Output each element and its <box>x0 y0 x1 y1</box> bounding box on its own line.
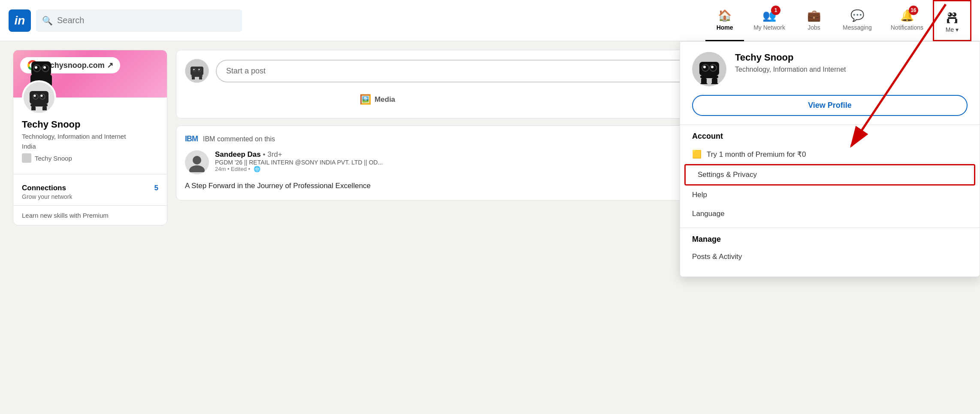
header-left: in 🔍 <box>9 9 705 32</box>
author-name[interactable]: Sandeep Das • 3rd+ <box>215 150 383 159</box>
dropdown-profile-info: Techy Snoop Technology, Information and … <box>735 52 846 74</box>
nav-item-home[interactable]: 🏠 Home <box>705 0 744 41</box>
profile-card: Techysnoop.com ↗ <box>13 50 167 225</box>
svg-rect-46 <box>711 83 719 84</box>
my-network-badge: 1 <box>771 6 780 15</box>
svg-rect-8 <box>954 22 957 23</box>
svg-rect-24 <box>30 104 48 107</box>
nav-item-messaging[interactable]: 💬 Messaging <box>833 0 881 41</box>
premium-item[interactable]: 🟨 Try 1 month of Premium for ₹0 <box>680 144 980 164</box>
posts-activity-label: Posts & Activity <box>692 253 742 261</box>
post-avatar-icon <box>188 62 206 79</box>
profile-avatar-area: Techy Snoop Technology, Information and … <box>13 80 167 170</box>
svg-rect-25 <box>31 107 36 110</box>
language-item[interactable]: Language <box>680 204 980 223</box>
avatar-robot-icon <box>944 8 960 23</box>
divider-1 <box>13 174 167 174</box>
svg-rect-27 <box>191 67 203 75</box>
dropdown-profile-title: Technology, Information and Internet <box>735 65 846 74</box>
jobs-icon: 💼 <box>807 9 821 22</box>
search-bar-container: 🔍 <box>36 9 242 32</box>
help-item[interactable]: Help <box>680 186 980 204</box>
svg-point-35 <box>193 156 201 164</box>
dropdown-divider-2 <box>680 228 980 228</box>
nav-label-messaging: Messaging <box>843 24 872 31</box>
left-sidebar: Techysnoop.com ↗ <box>13 50 167 225</box>
nav-label-my-network: My Network <box>753 24 785 31</box>
author-info: Sandeep Das • 3rd+ PGDM '26 || RETAIL IN… <box>215 150 383 172</box>
main-nav: 🏠 Home 👥1 My Network 💼 Jobs 💬 Messaging … <box>705 0 971 41</box>
svg-rect-32 <box>191 75 203 77</box>
svg-rect-45 <box>700 83 708 84</box>
ibm-logo: IBM <box>185 134 198 143</box>
media-button[interactable]: 🖼️ Media <box>352 90 403 110</box>
svg-point-3 <box>953 13 954 15</box>
svg-point-36 <box>189 165 205 172</box>
connections-count: 5 <box>154 184 158 192</box>
svg-rect-5 <box>947 19 949 22</box>
svg-rect-19 <box>30 91 48 104</box>
connections-label: Connections <box>22 184 66 192</box>
svg-point-41 <box>711 66 714 68</box>
premium-section[interactable]: Learn new skills with Premium <box>13 205 167 225</box>
post-avatar <box>185 59 209 83</box>
notifications-badge: 16 <box>909 6 918 15</box>
nav-item-jobs[interactable]: 💼 Jobs <box>795 0 833 41</box>
settings-privacy-label: Settings & Privacy <box>698 170 757 179</box>
nav-item-notifications[interactable]: 🔔16 Notifications <box>881 0 933 41</box>
settings-privacy-item[interactable]: Settings & Privacy <box>684 164 975 186</box>
globe-icon: 🌐 <box>254 166 260 172</box>
dropdown-profile-name: Techy Snoop <box>735 52 846 63</box>
svg-point-30 <box>194 69 195 70</box>
connections-sub: Grow your network <box>22 193 158 200</box>
header: in 🔍 🏠 Home 👥1 My Network 💼 Jobs 💬 Messa… <box>0 0 980 41</box>
posts-activity-item[interactable]: Posts & Activity <box>680 247 980 266</box>
svg-point-20 <box>33 94 38 99</box>
svg-point-14 <box>43 66 46 69</box>
linkedin-logo[interactable]: in <box>9 9 31 32</box>
nav-label-me: Me ▾ <box>946 26 959 33</box>
dropdown-avatar <box>692 52 726 86</box>
author-degree: • 3rd+ <box>263 150 282 158</box>
profile-title: Technology, Information and Internet <box>22 132 158 141</box>
connections-section: Connections 5 Grow your network <box>13 179 167 205</box>
media-label: Media <box>375 95 395 104</box>
home-icon: 🏠 <box>718 9 732 22</box>
company-logo <box>22 153 31 163</box>
svg-rect-6 <box>955 19 957 22</box>
svg-point-40 <box>703 66 706 68</box>
profile-name[interactable]: Techy Snoop <box>22 119 158 130</box>
premium-label-text: Try 1 month of Premium for ₹0 <box>707 150 806 159</box>
svg-point-13 <box>35 66 37 69</box>
nav-item-my-network[interactable]: 👥1 My Network <box>744 0 795 41</box>
media-icon: 🖼️ <box>360 94 371 105</box>
author-avatar <box>185 150 209 174</box>
dropdown-profile-section: Techy Snoop Technology, Information and … <box>680 52 980 95</box>
view-profile-button[interactable]: View Profile <box>692 95 968 116</box>
dropdown-divider-1 <box>680 125 980 125</box>
search-input[interactable] <box>57 15 236 25</box>
svg-rect-44 <box>712 78 717 84</box>
svg-point-23 <box>41 95 43 97</box>
avatar <box>22 80 56 115</box>
company-name: Techy Snoop <box>35 155 72 162</box>
search-icon: 🔍 <box>42 15 53 26</box>
nav-item-me[interactable]: Me ▾ <box>933 0 971 41</box>
svg-rect-43 <box>701 78 707 84</box>
my-network-icon: 👥1 <box>762 9 776 22</box>
language-label: Language <box>692 210 725 218</box>
svg-rect-33 <box>192 77 195 79</box>
ibm-comment-text: IBM commented on this <box>203 135 275 143</box>
me-dropdown: Techy Snoop Technology, Information and … <box>680 41 980 277</box>
dropdown-avatar-robot <box>694 54 724 84</box>
notifications-icon: 🔔16 <box>900 9 914 22</box>
svg-rect-34 <box>199 77 202 79</box>
profile-location: India <box>22 143 158 150</box>
nav-label-jobs: Jobs <box>808 24 820 31</box>
connections-title[interactable]: Connections 5 <box>22 184 158 192</box>
messaging-icon: 💬 <box>850 9 864 22</box>
svg-rect-4 <box>948 17 956 19</box>
profile-company: Techy Snoop <box>22 153 158 163</box>
account-section-title: Account <box>680 129 980 144</box>
svg-rect-26 <box>42 107 47 110</box>
